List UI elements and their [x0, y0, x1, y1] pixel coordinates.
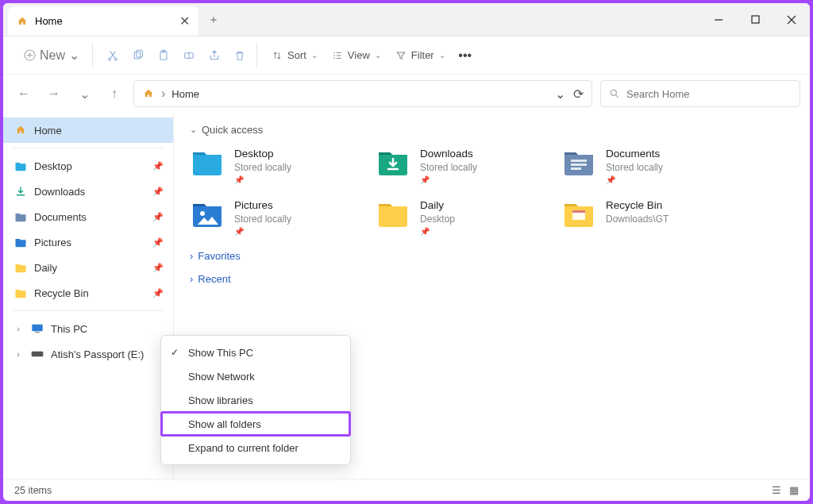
- more-icon[interactable]: •••: [455, 45, 476, 66]
- ctx-show-libraries[interactable]: Show libraries: [161, 388, 350, 412]
- card-downloads[interactable]: Downloads Stored locally 📌: [376, 147, 542, 184]
- section-quick-access[interactable]: ⌄ Quick access: [190, 124, 794, 136]
- svg-point-15: [611, 90, 616, 95]
- svg-point-8: [115, 58, 118, 60]
- home-icon: [142, 88, 155, 99]
- pin-icon: 📌: [420, 175, 477, 184]
- pin-icon: 📌: [152, 187, 164, 197]
- sidebar-item-drive[interactable]: › Atish's Passport (E:): [3, 341, 173, 367]
- search-box[interactable]: [600, 80, 800, 107]
- search-input[interactable]: [626, 88, 792, 100]
- ctx-show-this-pc[interactable]: Show This PC: [161, 340, 350, 364]
- tab-title: Home: [35, 15, 178, 27]
- view-icon: [332, 50, 343, 61]
- section-recent[interactable]: › Recent: [190, 273, 794, 285]
- card-desktop[interactable]: Desktop Stored locally 📌: [190, 147, 356, 184]
- filter-icon: [395, 50, 406, 61]
- sort-button[interactable]: Sort⌄: [267, 46, 322, 64]
- svg-line-16: [616, 95, 618, 98]
- minimize-button[interactable]: [700, 3, 737, 36]
- new-label: New: [40, 48, 65, 63]
- chevron-right-icon[interactable]: ›: [13, 349, 24, 359]
- sidebar-item-label: Documents: [34, 211, 87, 223]
- card-daily[interactable]: Daily Desktop 📌: [376, 198, 542, 236]
- pin-icon: 📌: [606, 175, 663, 184]
- filter-button[interactable]: Filter⌄: [391, 46, 450, 64]
- new-tab-button[interactable]: ＋: [198, 3, 229, 36]
- svg-rect-10: [137, 50, 142, 57]
- back-button[interactable]: ←: [13, 83, 35, 105]
- recycle-icon: [561, 198, 596, 230]
- sidebar-item-pictures[interactable]: Pictures📌: [3, 229, 173, 255]
- paste-icon[interactable]: [153, 45, 174, 66]
- pin-icon: 📌: [152, 161, 164, 171]
- card-recycle-bin[interactable]: Recycle Bin Downloads\GT: [561, 198, 728, 236]
- recent-dropdown[interactable]: ⌄: [73, 83, 95, 105]
- chevron-right-icon[interactable]: ›: [13, 324, 24, 333]
- search-icon: [609, 88, 620, 99]
- card-subtitle: Desktop: [420, 213, 455, 225]
- sidebar: Home Desktop📌Downloads📌Documents📌Picture…: [3, 113, 174, 479]
- card-name: Recycle Bin: [606, 198, 669, 213]
- cut-icon[interactable]: [102, 45, 123, 66]
- card-pictures[interactable]: Pictures Stored locally 📌: [190, 198, 356, 236]
- rename-icon[interactable]: [179, 45, 199, 66]
- pin-icon: 📌: [234, 175, 291, 184]
- section-favorites[interactable]: › Favorites: [190, 250, 794, 262]
- chevron-down-icon[interactable]: ⌄: [555, 87, 565, 102]
- context-menu: Show This PCShow NetworkShow librariesSh…: [160, 335, 351, 465]
- tiles-view-icon[interactable]: ▦: [789, 484, 799, 496]
- forward-button[interactable]: →: [43, 83, 65, 105]
- ctx-expand-to-current-folder[interactable]: Expand to current folder: [161, 436, 350, 460]
- copy-icon[interactable]: [128, 45, 148, 66]
- sidebar-item-home[interactable]: Home: [3, 117, 173, 143]
- svg-rect-18: [35, 332, 39, 333]
- pin-icon: 📌: [152, 263, 164, 273]
- sidebar-item-desktop[interactable]: Desktop📌: [3, 153, 173, 179]
- card-subtitle: Stored locally: [234, 213, 291, 225]
- delete-icon[interactable]: [229, 45, 250, 66]
- item-count: 25 items: [14, 485, 52, 496]
- details-view-icon[interactable]: ☰: [772, 484, 781, 496]
- home-icon: [16, 16, 29, 27]
- share-icon[interactable]: [204, 45, 225, 66]
- refresh-icon[interactable]: ⟳: [573, 87, 584, 102]
- view-button[interactable]: View⌄: [327, 46, 386, 64]
- card-documents[interactable]: Documents Stored locally 📌: [561, 147, 728, 184]
- sidebar-item-recycle-bin[interactable]: Recycle Bin📌: [3, 280, 173, 306]
- statusbar: 25 items ☰ ▦: [3, 479, 810, 501]
- card-name: Daily: [420, 198, 455, 213]
- close-button[interactable]: [773, 3, 810, 36]
- window-controls: [700, 3, 810, 36]
- new-button[interactable]: New ⌄: [17, 44, 86, 66]
- chevron-right-icon: ›: [190, 273, 193, 285]
- card-name: Desktop: [234, 147, 291, 161]
- card-subtitle: Stored locally: [606, 161, 663, 174]
- pin-icon: 📌: [234, 227, 291, 236]
- sidebar-item-label: Daily: [34, 262, 57, 274]
- quick-access-grid: Desktop Stored locally 📌 Downloads Store…: [190, 147, 794, 236]
- tab-home[interactable]: Home ✕: [8, 6, 198, 36]
- address-bar[interactable]: › Home ⌄ ⟳: [133, 80, 592, 107]
- card-name: Pictures: [234, 198, 291, 213]
- titlebar: Home ✕ ＋: [3, 3, 810, 37]
- sidebar-item-downloads[interactable]: Downloads📌: [3, 179, 173, 204]
- up-button[interactable]: ↑: [103, 83, 125, 105]
- desktop-icon: [190, 147, 225, 179]
- downloads-icon: [376, 147, 410, 179]
- sidebar-item-documents[interactable]: Documents📌: [3, 204, 173, 229]
- folder-icon: [376, 198, 410, 230]
- close-tab-icon[interactable]: ✕: [178, 15, 191, 28]
- sidebar-item-daily[interactable]: Daily📌: [3, 255, 173, 280]
- card-name: Downloads: [420, 147, 477, 161]
- svg-point-7: [109, 58, 111, 60]
- toolbar: New ⌄ Sort⌄ View⌄ Filter⌄: [3, 37, 810, 75]
- maximize-button[interactable]: [737, 3, 773, 36]
- documents-icon: [561, 147, 596, 179]
- recent-label: Recent: [198, 273, 230, 285]
- ctx-show-all-folders[interactable]: Show all folders: [161, 412, 350, 436]
- minimize-icon: [714, 15, 723, 25]
- pictures-icon: [190, 198, 225, 230]
- ctx-show-network[interactable]: Show Network: [161, 364, 350, 388]
- sidebar-item-thispc[interactable]: › This PC: [3, 316, 173, 341]
